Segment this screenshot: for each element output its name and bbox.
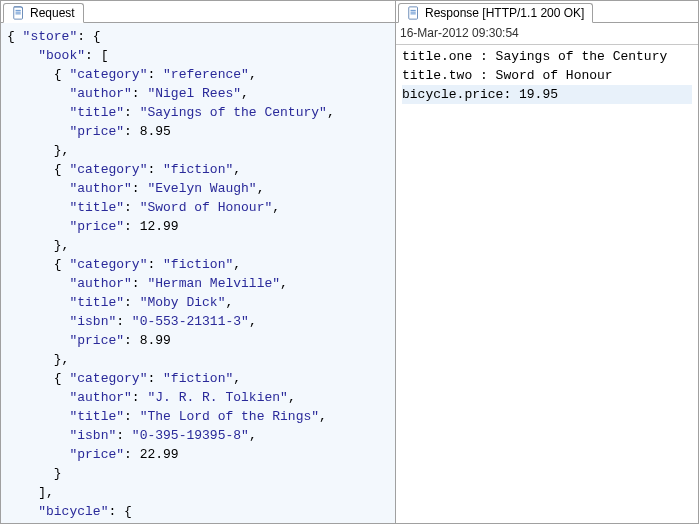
request-tab[interactable]: Request <box>3 3 84 23</box>
response-line: title.one : Sayings of the Century <box>402 47 692 66</box>
response-lines: title.one : Sayings of the Century title… <box>396 45 698 106</box>
request-content[interactable]: { "store": { "book": [ { "category": "re… <box>1 23 395 523</box>
request-panel: Request { "store": { "book": [ { "catego… <box>0 0 395 524</box>
response-line: title.two : Sword of Honour <box>402 66 692 85</box>
document-icon <box>12 6 26 20</box>
response-tab-bar: Response [HTTP/1.1 200 OK] <box>396 1 698 23</box>
svg-rect-0 <box>14 7 23 19</box>
response-timestamp: 16-Mar-2012 09:30:54 <box>396 23 698 45</box>
request-tab-bar: Request <box>1 1 395 23</box>
request-json: { "store": { "book": [ { "category": "re… <box>7 27 389 523</box>
response-tab[interactable]: Response [HTTP/1.1 200 OK] <box>398 3 593 23</box>
response-line: bicycle.price: 19.95 <box>402 85 692 104</box>
response-content[interactable]: 16-Mar-2012 09:30:54 title.one : Sayings… <box>396 23 698 523</box>
document-icon <box>407 6 421 20</box>
response-tab-label: Response [HTTP/1.1 200 OK] <box>425 6 584 20</box>
request-tab-label: Request <box>30 6 75 20</box>
response-panel: Response [HTTP/1.1 200 OK] 16-Mar-2012 0… <box>395 0 699 524</box>
svg-rect-1 <box>409 7 418 19</box>
